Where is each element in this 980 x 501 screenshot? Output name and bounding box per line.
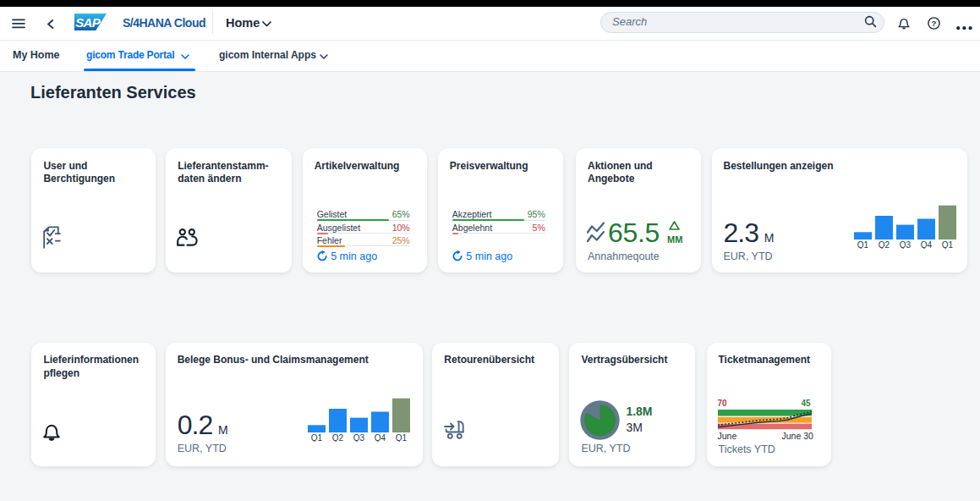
svg-text:Q4: Q4 <box>921 240 933 250</box>
svg-text:Q3: Q3 <box>900 240 912 250</box>
svg-text:Q1: Q1 <box>942 240 954 250</box>
svg-text:Q1: Q1 <box>396 432 408 442</box>
svg-text:Q1: Q1 <box>857 240 869 250</box>
svg-text:Q4: Q4 <box>375 432 386 442</box>
svg-text:Q2: Q2 <box>879 240 890 250</box>
svg-text:?: ? <box>932 19 937 28</box>
svg-text:Q2: Q2 <box>332 432 344 442</box>
svg-text:SAP: SAP <box>75 15 101 30</box>
svg-text:Q3: Q3 <box>353 432 365 442</box>
svg-text:Q1: Q1 <box>311 432 323 442</box>
